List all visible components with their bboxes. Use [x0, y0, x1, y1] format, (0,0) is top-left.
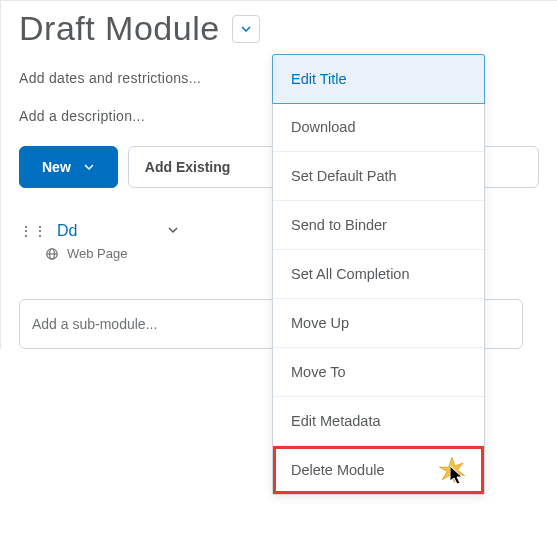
content-item-type: Web Page [67, 246, 127, 261]
chevron-down-icon [167, 224, 179, 236]
menu-download[interactable]: Download [273, 103, 484, 152]
content-item-actions-button[interactable] [167, 223, 179, 239]
new-button-label: New [42, 159, 71, 175]
menu-delete-module[interactable]: Delete Module [273, 446, 484, 494]
svg-marker-3 [439, 457, 464, 482]
chevron-down-icon [83, 161, 95, 173]
module-actions-menu: Edit Title Download Set Default Path Sen… [272, 54, 485, 495]
menu-edit-metadata[interactable]: Edit Metadata [273, 397, 484, 446]
content-item-link[interactable]: Dd [57, 222, 77, 240]
svg-marker-4 [450, 466, 462, 484]
menu-set-all-completion[interactable]: Set All Completion [273, 250, 484, 299]
menu-delete-module-label: Delete Module [291, 462, 385, 478]
menu-edit-title[interactable]: Edit Title [272, 54, 485, 104]
drag-handle-icon[interactable]: ⋮⋮ [19, 223, 47, 239]
module-actions-button[interactable] [232, 15, 260, 43]
menu-move-to[interactable]: Move To [273, 348, 484, 397]
menu-move-up[interactable]: Move Up [273, 299, 484, 348]
module-title[interactable]: Draft Module [19, 9, 220, 48]
cursor-icon [450, 466, 466, 486]
menu-send-to-binder[interactable]: Send to Binder [273, 201, 484, 250]
chevron-down-icon [240, 23, 252, 35]
menu-set-default-path[interactable]: Set Default Path [273, 152, 484, 201]
highlight-burst-icon [438, 456, 466, 484]
new-button[interactable]: New [19, 146, 118, 188]
globe-icon [45, 247, 59, 261]
